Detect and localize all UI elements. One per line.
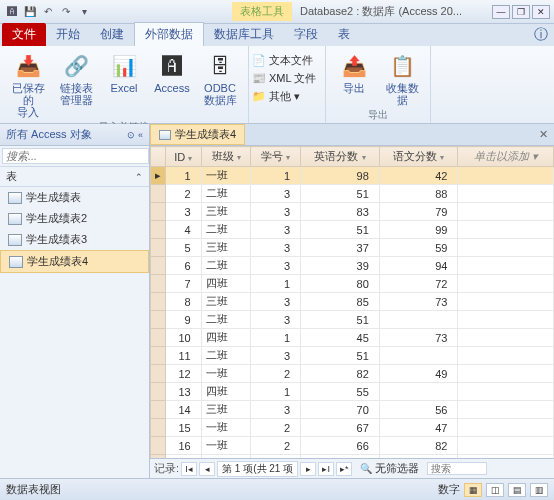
row-header[interactable]	[151, 257, 166, 275]
new-record-button[interactable]: ▸*	[336, 462, 352, 476]
cell[interactable]: 一班	[201, 419, 251, 437]
ribbon-tab-创建[interactable]: 创建	[90, 23, 134, 46]
cell[interactable]: 1	[251, 275, 301, 293]
row-header[interactable]	[151, 239, 166, 257]
cell[interactable]: 99	[379, 221, 458, 239]
column-header[interactable]: 语文分数 ▾	[379, 147, 458, 167]
cell[interactable]: 三班	[201, 239, 251, 257]
cell[interactable]	[458, 437, 554, 455]
save-icon[interactable]: 💾	[22, 4, 38, 20]
ribbon-tab-外部数据[interactable]: 外部数据	[134, 22, 204, 46]
cell[interactable]: 3	[166, 203, 202, 221]
cell[interactable]: 67	[301, 419, 380, 437]
cell[interactable]: 49	[379, 365, 458, 383]
column-header[interactable]: 单击以添加 ▾	[458, 147, 554, 167]
help-icon[interactable]: ⓘ	[528, 24, 554, 46]
cell[interactable]: 1	[251, 383, 301, 401]
cell[interactable]: 85	[301, 293, 380, 311]
row-header[interactable]	[151, 185, 166, 203]
cell[interactable]: 3	[251, 203, 301, 221]
cell[interactable]: 66	[301, 437, 380, 455]
cell[interactable]: 1	[251, 329, 301, 347]
cell[interactable]: 51	[301, 311, 380, 329]
first-record-button[interactable]: I◂	[181, 462, 197, 476]
row-header[interactable]	[151, 455, 166, 459]
cell[interactable]: 56	[379, 401, 458, 419]
cell[interactable]	[458, 275, 554, 293]
ribbon-tab-表[interactable]: 表	[328, 23, 360, 46]
nav-table-item[interactable]: 学生成绩表	[0, 187, 149, 208]
cell[interactable]: 42	[379, 167, 458, 185]
cell[interactable]: 二班	[201, 257, 251, 275]
cell[interactable]	[458, 419, 554, 437]
cell[interactable]: 51	[301, 347, 380, 365]
restore-button[interactable]: ❐	[512, 5, 530, 19]
cell[interactable]: 3	[251, 347, 301, 365]
cell[interactable]: 8	[166, 293, 202, 311]
qat-dropdown-icon[interactable]: ▾	[76, 4, 92, 20]
cell[interactable]: 5	[166, 239, 202, 257]
cell[interactable]	[458, 455, 554, 459]
ribbon-button-XML文件[interactable]: 📰XML 文件	[249, 70, 319, 87]
nav-table-item[interactable]: 学生成绩表4	[0, 250, 149, 273]
cell[interactable]: 2	[251, 419, 301, 437]
cell[interactable]	[458, 365, 554, 383]
nav-header[interactable]: 所有 Access 对象 ⊙ «	[0, 124, 149, 146]
cell[interactable]: 13	[166, 383, 202, 401]
cell[interactable]	[379, 347, 458, 365]
datasheet-grid[interactable]: ID ▾班级 ▾学号 ▾英语分数 ▾语文分数 ▾单击以添加 ▾▸1一班19842…	[150, 146, 554, 458]
cell[interactable]: 二班	[201, 185, 251, 203]
cell[interactable]: 四班	[201, 455, 251, 459]
row-header[interactable]	[151, 311, 166, 329]
cell[interactable]: 15	[166, 419, 202, 437]
cell[interactable]	[379, 383, 458, 401]
cell[interactable]: 3	[251, 221, 301, 239]
cell[interactable]	[458, 221, 554, 239]
cell[interactable]: 二班	[201, 221, 251, 239]
cell[interactable]: 1	[166, 167, 202, 185]
ribbon-tab-字段[interactable]: 字段	[284, 23, 328, 46]
cell[interactable]: 三班	[201, 401, 251, 419]
cell[interactable]	[458, 347, 554, 365]
cell[interactable]	[458, 185, 554, 203]
cell[interactable]: 二班	[201, 311, 251, 329]
nav-dropdown-icon[interactable]: ⊙ «	[127, 130, 143, 140]
nav-table-item[interactable]: 学生成绩表3	[0, 229, 149, 250]
cell[interactable]: 3	[251, 257, 301, 275]
design-view-button[interactable]: ◫	[486, 483, 504, 497]
ribbon-tab-文件[interactable]: 文件	[2, 23, 46, 46]
row-header[interactable]	[151, 203, 166, 221]
row-header[interactable]	[151, 419, 166, 437]
cell[interactable]: 82	[379, 437, 458, 455]
cell[interactable]: 94	[379, 257, 458, 275]
cell[interactable]: 7	[166, 275, 202, 293]
cell[interactable]: 3	[251, 401, 301, 419]
cell[interactable]: 37	[301, 239, 380, 257]
cell[interactable]: 90	[301, 455, 380, 459]
cell[interactable]: 6	[166, 257, 202, 275]
ribbon-tab-数据库工具[interactable]: 数据库工具	[204, 23, 284, 46]
cell[interactable]: 1	[251, 455, 301, 459]
cell[interactable]: 98	[301, 167, 380, 185]
row-header[interactable]	[151, 383, 166, 401]
cell[interactable]	[458, 257, 554, 275]
cell[interactable]	[458, 329, 554, 347]
cell[interactable]: 四班	[201, 383, 251, 401]
ribbon-button-文本文件[interactable]: 📄文本文件	[249, 52, 319, 69]
minimize-button[interactable]: —	[492, 5, 510, 19]
cell[interactable]: 3	[251, 239, 301, 257]
cell[interactable]	[458, 401, 554, 419]
cell[interactable]: 47	[379, 419, 458, 437]
undo-icon[interactable]: ↶	[40, 4, 56, 20]
cell[interactable]: 51	[301, 221, 380, 239]
cell[interactable]: 72	[379, 275, 458, 293]
cell[interactable]: 一班	[201, 167, 251, 185]
recnav-search-input[interactable]	[427, 462, 487, 475]
cell[interactable]: 1	[251, 167, 301, 185]
close-button[interactable]: ✕	[532, 5, 550, 19]
form-view-button[interactable]: ▥	[530, 483, 548, 497]
document-tab[interactable]: 学生成绩表4	[150, 124, 245, 145]
cell[interactable]: 70	[301, 401, 380, 419]
redo-icon[interactable]: ↷	[58, 4, 74, 20]
row-header[interactable]	[151, 347, 166, 365]
